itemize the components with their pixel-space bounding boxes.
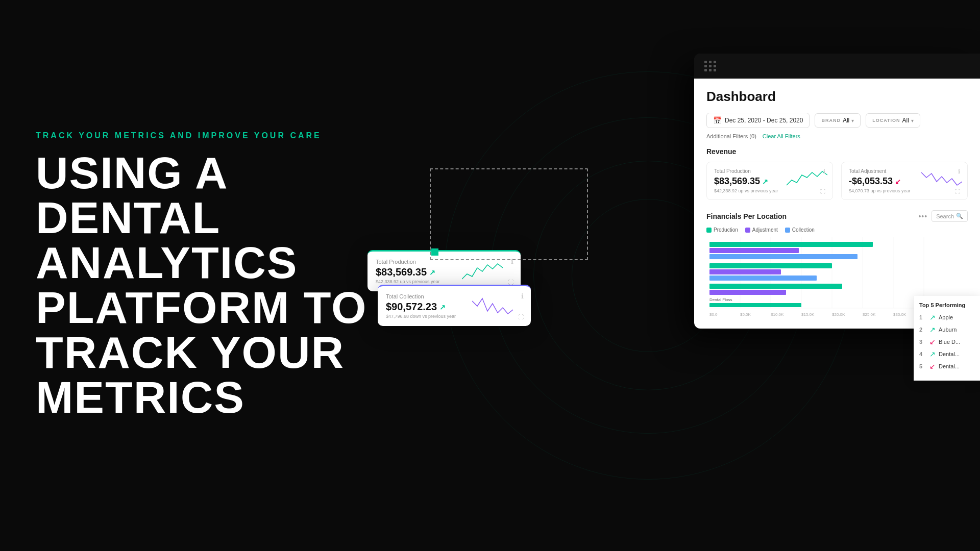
subtitle: TRACK YOUR METRICS AND IMPROVE YOUR CARE: [36, 131, 393, 140]
svg-rect-19: [709, 263, 832, 268]
svg-rect-18: [709, 254, 857, 259]
info-icon: ℹ: [823, 168, 825, 175]
top5-title: Top 5 Performing: [919, 302, 975, 308]
chart-legend: Production Adjustment Collection: [706, 227, 968, 233]
rank-5: 5: [919, 363, 926, 369]
green-indicator: [431, 248, 438, 256]
expand-icon: ⛶: [820, 189, 825, 194]
popup-collection-card: Total Collection $90,572.23 ↗ $47,796.68…: [378, 285, 531, 326]
top5-panel: Top 5 Performing 1 ↗ Apple 2 ↗ Auburn 3 …: [914, 296, 980, 381]
adjustment-arrow-icon: ↙: [895, 178, 901, 186]
calendar-icon: 📅: [713, 116, 722, 124]
selection-box: [430, 168, 588, 260]
adjustment-mini-chart: [921, 167, 962, 190]
svg-text:$5.0K: $5.0K: [740, 312, 751, 317]
adj-info-icon: ℹ: [958, 168, 960, 175]
adj-expand-icon: ⛶: [955, 189, 960, 194]
popup-production-arrow-icon: ↗: [429, 268, 435, 277]
svg-rect-16: [709, 242, 873, 247]
rank-2: 2: [919, 327, 926, 333]
financials-header: Financials Per Location ••• Search 🔍: [706, 210, 968, 222]
revenue-cards: Total Production $83,569.35 ↗ $42,338.92…: [706, 162, 968, 200]
rank-3: 3: [919, 339, 926, 345]
svg-text:$0.0: $0.0: [709, 312, 718, 317]
brand-value: All: [843, 117, 849, 124]
top5-item-4: 4 ↗ Dental...: [919, 350, 975, 358]
total-adjustment-card: Total Adjustment -$6,053.53 ↙ $4,070.73 …: [841, 162, 968, 200]
svg-text:$30.0K: $30.0K: [893, 312, 906, 317]
filters-row: 📅 Dec 25, 2020 - Dec 25, 2020 BRAND All …: [706, 113, 968, 128]
svg-rect-22: [709, 284, 842, 289]
svg-rect-20: [709, 269, 781, 274]
rank2-arrow-icon: ↗: [929, 325, 936, 334]
legend-adjustment: Adjustment: [745, 227, 778, 233]
svg-text:$10.0K: $10.0K: [771, 312, 784, 317]
dashboard-panel: Dashboard 📅 Dec 25, 2020 - Dec 25, 2020 …: [694, 54, 980, 329]
total-production-card: Total Production $83,569.35 ↗ $42,338.92…: [706, 162, 833, 200]
location-value: All: [902, 117, 909, 124]
production-mini-chart: [787, 167, 827, 190]
svg-rect-21: [709, 276, 817, 281]
svg-text:$20.0K: $20.0K: [832, 312, 845, 317]
rank-1: 1: [919, 314, 926, 320]
popup-production-chart: [462, 259, 503, 284]
rank3-arrow-icon: ↙: [929, 338, 936, 346]
additional-filters-label: Additional Filters (0): [706, 133, 756, 139]
rank-4: 4: [919, 351, 926, 357]
date-range-value: Dec 25, 2020 - Dec 25, 2020: [725, 117, 803, 124]
brand-chevron-icon: ▾: [851, 118, 854, 123]
dashboard-topbar: [694, 54, 980, 79]
svg-rect-25: [709, 303, 801, 307]
financials-title: Financials Per Location: [706, 212, 787, 220]
main-heading: USING A DENTAL ANALYTICS PLATFORM TO TRA…: [36, 151, 393, 420]
search-icon: 🔍: [956, 213, 963, 219]
brand-filter[interactable]: BRAND All ▾: [815, 113, 861, 128]
additional-filters-row: Additional Filters (0) Clear All Filters: [706, 133, 968, 139]
svg-text:Dental Floss: Dental Floss: [709, 297, 732, 302]
popup-collection-info-icon: ℹ: [521, 292, 524, 300]
production-arrow-icon: ↗: [762, 178, 768, 186]
legend-collection: Collection: [785, 227, 815, 233]
legend-collection-dot: [785, 228, 790, 233]
svg-text:$25.0K: $25.0K: [863, 312, 876, 317]
legend-adjustment-dot: [745, 228, 750, 233]
location-chevron-icon: ▾: [911, 118, 914, 123]
rank1-arrow-icon: ↗: [929, 313, 936, 321]
popup-collection-arrow-icon: ↗: [439, 303, 446, 311]
legend-production: Production: [706, 227, 738, 233]
clear-filters-button[interactable]: Clear All Filters: [763, 133, 800, 139]
more-options-icon[interactable]: •••: [918, 212, 927, 220]
left-content: TRACK YOUR METRICS AND IMPROVE YOUR CARE…: [36, 131, 393, 420]
legend-production-dot: [706, 228, 712, 233]
dashboard-title: Dashboard: [706, 89, 968, 105]
location-filter[interactable]: LOCATION All ▾: [866, 113, 920, 128]
top5-item-1: 1 ↗ Apple: [919, 313, 975, 321]
date-filter[interactable]: 📅 Dec 25, 2020 - Dec 25, 2020: [706, 113, 810, 128]
brand-label: BRAND: [821, 118, 841, 123]
svg-text:$15.0K: $15.0K: [801, 312, 815, 317]
popup-collection-chart: [472, 293, 513, 319]
rank4-arrow-icon: ↗: [929, 350, 936, 358]
revenue-title: Revenue: [706, 147, 968, 156]
svg-rect-23: [709, 290, 786, 295]
popup-collection-expand-icon: ⛶: [518, 314, 524, 320]
location-label: LOCATION: [872, 118, 900, 123]
top5-item-2: 2 ↗ Auburn: [919, 325, 975, 334]
dashboard-content: Dashboard 📅 Dec 25, 2020 - Dec 25, 2020 …: [694, 79, 980, 329]
financials-search[interactable]: Search 🔍: [932, 210, 968, 222]
svg-rect-17: [709, 248, 799, 253]
top5-item-3: 3 ↙ Blue D...: [919, 338, 975, 346]
rank5-arrow-icon: ↙: [929, 362, 936, 370]
dots-grid-icon: [704, 61, 717, 71]
financials-controls: ••• Search 🔍: [918, 210, 968, 222]
search-placeholder: Search: [936, 213, 954, 219]
top5-item-5: 5 ↙ Dental...: [919, 362, 975, 370]
